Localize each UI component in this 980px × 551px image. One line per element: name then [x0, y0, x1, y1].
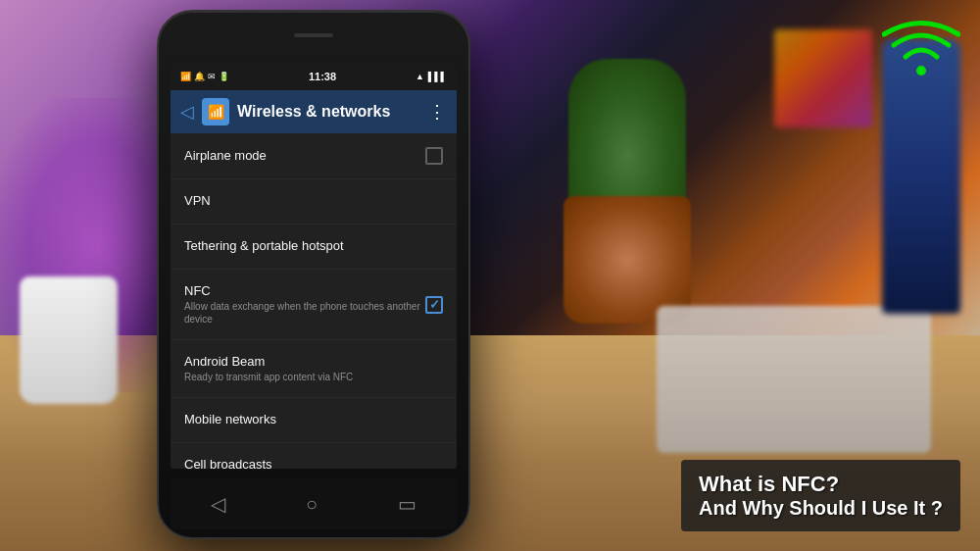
status-time: 11:38 — [309, 71, 336, 82]
android-beam-subtitle: Ready to transmit app content via NFC — [184, 371, 443, 383]
wifi-status-icon: ▲ — [416, 72, 424, 81]
mobile-networks-title: Mobile networks — [184, 412, 443, 426]
cell-broadcasts-content: Cell broadcasts Select the types of emer… — [184, 457, 443, 469]
nfc-checkbox[interactable]: ✓ — [425, 296, 443, 314]
svg-point-0 — [916, 66, 926, 75]
nav-home-button[interactable]: ○ — [306, 493, 318, 516]
battery-icon: 🔋 — [219, 72, 229, 81]
overlay-text-line2: And Why Should I Use It ? — [699, 497, 943, 520]
mobile-networks-item[interactable]: Mobile networks — [171, 398, 457, 443]
app-icon-label: 📶 — [208, 104, 224, 120]
phone-speaker — [294, 33, 333, 37]
nav-back-button[interactable]: ◁ — [211, 492, 225, 516]
bottom-text-overlay: What is NFC? And Why Should I Use It ? — [681, 460, 960, 531]
android-beam-title: Android Beam — [184, 354, 443, 369]
phone-screen: 📶 🔔 ✉ 🔋 11:38 ▲ ▌▌▌ ◁ 📶 Wireless & netwo… — [171, 63, 457, 469]
airplane-mode-checkbox[interactable] — [425, 147, 443, 165]
nfc-content: NFC Allow data exchange when the phone t… — [184, 283, 425, 326]
wifi-icon — [882, 20, 960, 78]
status-icons-right: ▲ ▌▌▌ — [416, 72, 447, 81]
vpn-item[interactable]: VPN — [171, 179, 457, 225]
signal-icon: ▌▌▌ — [428, 72, 447, 81]
pot — [564, 196, 691, 324]
mobile-networks-content: Mobile networks — [184, 412, 443, 428]
back-button[interactable]: ◁ — [180, 101, 194, 123]
settings-list: Airplane mode VPN Tethering & portable h… — [171, 133, 457, 469]
tethering-item[interactable]: Tethering & portable hotspot — [171, 225, 457, 270]
nav-recent-button[interactable]: ▭ — [398, 492, 416, 516]
android-beam-item[interactable]: Android Beam Ready to transmit app conte… — [171, 340, 457, 398]
checkmark-icon: ✓ — [429, 297, 440, 312]
nfc-item[interactable]: NFC Allow data exchange when the phone t… — [171, 270, 457, 340]
overlay-text-line1: What is NFC? — [699, 472, 943, 497]
sim-icon: 📶 — [180, 72, 191, 81]
nfc-title: NFC — [184, 283, 425, 298]
cell-broadcasts-title: Cell broadcasts — [184, 457, 443, 469]
airplane-mode-item[interactable]: Airplane mode — [171, 133, 457, 179]
notification-icon: 🔔 — [194, 72, 205, 81]
cell-broadcasts-item[interactable]: Cell broadcasts Select the types of emer… — [171, 443, 457, 469]
action-bar-title: Wireless & networks — [237, 103, 420, 121]
tethering-title: Tethering & portable hotspot — [184, 238, 443, 253]
tethering-content: Tethering & portable hotspot — [184, 238, 443, 255]
phone-wrapper: 📶 🔔 ✉ 🔋 11:38 ▲ ▌▌▌ ◁ 📶 Wireless & netwo… — [157, 10, 470, 539]
status-bar: 📶 🔔 ✉ 🔋 11:38 ▲ ▌▌▌ — [171, 63, 457, 90]
keyboard — [657, 306, 931, 453]
wifi-icon-overlay — [882, 20, 960, 82]
mug — [20, 276, 118, 404]
nfc-subtitle: Allow data exchange when the phone touch… — [184, 300, 425, 326]
app-icon: 📶 — [202, 98, 229, 125]
android-beam-content: Android Beam Ready to transmit app conte… — [184, 354, 443, 383]
phone-nav-bar: ◁ ○ ▭ — [171, 478, 457, 529]
mail-icon: ✉ — [208, 72, 216, 81]
more-options-button[interactable]: ⋮ — [428, 101, 447, 123]
photos-blur — [774, 29, 872, 127]
vpn-content: VPN — [184, 193, 443, 210]
phone-body: 📶 🔔 ✉ 🔋 11:38 ▲ ▌▌▌ ◁ 📶 Wireless & netwo… — [157, 10, 470, 539]
airplane-mode-title: Airplane mode — [184, 148, 425, 163]
action-bar: ◁ 📶 Wireless & networks ⋮ — [171, 90, 457, 133]
airplane-mode-content: Airplane mode — [184, 148, 425, 165]
vpn-title: VPN — [184, 193, 443, 208]
status-icons-left: 📶 🔔 ✉ 🔋 — [180, 72, 229, 81]
